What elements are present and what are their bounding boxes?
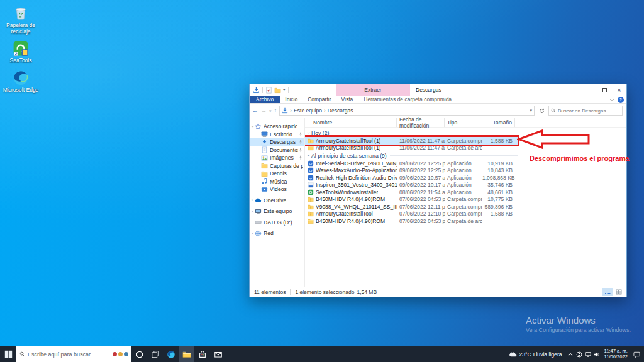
- people-icon[interactable]: [575, 346, 584, 362]
- group-label: Al principio de esta semana (9): [311, 153, 387, 159]
- desktop-icon-list: Papelera de reciclajeSeaToolsMicrosoft E…: [3, 5, 39, 93]
- file-row[interactable]: B450M-HDV R4.0(4.90)ROM07/06/2022 04:53 …: [305, 196, 518, 204]
- file-row[interactable]: Waves-MaxxAudio-Pro-Application_M96...09…: [305, 167, 518, 175]
- sidebar-item-este-equipo[interactable]: ›Este equipo: [250, 207, 304, 216]
- file-row[interactable]: B450M-HDV R4.0(4.90)ROM07/06/2022 04:53 …: [305, 217, 518, 225]
- sidebar-item-acceso-r-pido[interactable]: ›Acceso rápido: [250, 123, 304, 131]
- properties-button[interactable]: [265, 87, 272, 94]
- close-button[interactable]: ×: [612, 84, 626, 96]
- taskbar-app-file-explorer[interactable]: [179, 346, 194, 362]
- large-icons-view-button[interactable]: [614, 288, 624, 296]
- refresh-button[interactable]: [537, 106, 546, 116]
- store-icon: [198, 350, 207, 359]
- selection-size: 1,54 MB: [357, 289, 377, 295]
- explorer-search-input[interactable]: [558, 108, 620, 114]
- action-center-icon[interactable]: [631, 346, 642, 362]
- zip-icon: [308, 138, 314, 144]
- forward-button[interactable]: →: [261, 107, 267, 114]
- sidebar-item-dennis[interactable]: Dennis: [250, 170, 304, 178]
- taskbar-app-task-view[interactable]: [147, 346, 163, 362]
- back-button[interactable]: ←: [252, 107, 258, 114]
- desktop-icon-recycle-bin[interactable]: Papelera de reciclaje: [3, 5, 39, 35]
- file-row[interactable]: V9088_V4_WHQL_210114_SS_III_3.16.14.0_..…: [305, 203, 518, 211]
- tab-vista[interactable]: Vista: [336, 96, 358, 103]
- taskbar-app-mail[interactable]: [210, 346, 226, 362]
- network-icon[interactable]: [584, 346, 592, 362]
- taskbar-app-store[interactable]: [194, 346, 210, 362]
- column-header-size[interactable]: Tamaño: [482, 118, 515, 127]
- sidebar-item-capturas-de-pantall[interactable]: Capturas de pantall: [250, 162, 304, 170]
- help-icon[interactable]: ?: [618, 97, 624, 103]
- file-name: SeaToolsWindowsInstaller: [316, 189, 378, 195]
- clock[interactable]: 11:47 a. m. 11/06/2022: [601, 349, 631, 359]
- file-row[interactable]: ArmouryCrateInstallTool07/06/2022 12:10 …: [305, 211, 518, 218]
- taskbar-app-edge[interactable]: [163, 346, 179, 362]
- address-dropdown-icon[interactable]: ▾: [530, 108, 532, 113]
- tab-archivo[interactable]: Archivo: [250, 96, 280, 103]
- file-row[interactable]: Intel-Serial-IO-Driver_I2G0H_WIN_30.100.…: [305, 160, 518, 167]
- file-row[interactable]: Realtek-High-Definition-Audio-Driver_TX.…: [305, 174, 518, 182]
- sidebar-item-label: OneDrive: [264, 197, 286, 204]
- expander-icon[interactable]: ›: [250, 124, 255, 129]
- sidebar-item-datos-d-[interactable]: DATOS (D:): [250, 219, 304, 227]
- new-folder-button[interactable]: [274, 87, 281, 94]
- file-type: Carpeta de archivos: [445, 218, 482, 224]
- column-header-type[interactable]: Tipo: [445, 118, 482, 127]
- activation-watermark: Activar Windows Ve a Configuración para …: [526, 315, 631, 333]
- taskbar-search-input[interactable]: [28, 351, 110, 358]
- desktop-icon-seatools[interactable]: SeaTools: [3, 40, 39, 64]
- taskbar-app-cortana[interactable]: [131, 346, 147, 362]
- maximize-button[interactable]: [597, 84, 612, 96]
- expander-icon[interactable]: ›: [250, 231, 255, 236]
- picture-icon: [261, 155, 268, 162]
- column-header-date[interactable]: ›Fecha de modificación: [397, 118, 445, 127]
- sidebar-item-descargas[interactable]: Descargas: [250, 138, 304, 146]
- recycle-bin-icon: [13, 5, 29, 21]
- recent-locations-icon[interactable]: ▾: [269, 109, 272, 113]
- expander-icon[interactable]: ›: [250, 209, 255, 214]
- breadcrumb-descargas[interactable]: Descargas: [328, 107, 353, 114]
- tab-inicio[interactable]: Inicio: [280, 96, 303, 103]
- tab-compartir[interactable]: Compartir: [303, 96, 336, 103]
- column-header-name[interactable]: Nombre: [305, 118, 397, 127]
- explorer-search-box[interactable]: [548, 106, 623, 116]
- up-button[interactable]: ↑: [274, 107, 277, 114]
- music-icon: [261, 178, 268, 185]
- taskbar-search-box[interactable]: [16, 346, 131, 362]
- customize-qat-button[interactable]: ▾: [283, 87, 286, 92]
- sidebar-item-documentos[interactable]: Documentos: [250, 146, 304, 155]
- weather-widget[interactable]: 23°C Lluvia ligera: [505, 351, 565, 358]
- tab-herramientas-de-carpeta-comprimida[interactable]: Herramientas de carpeta comprimida: [358, 96, 457, 103]
- contextual-tab-extraer[interactable]: Extraer: [336, 84, 410, 96]
- sidebar-item-m-sica[interactable]: Música: [250, 178, 304, 186]
- group-header[interactable]: ›Hoy (2): [305, 129, 518, 137]
- file-date: 09/06/2022 12:25 p. m.: [397, 167, 445, 173]
- file-row[interactable]: ArmouryCrateInstallTool (1)11/06/2022 11…: [305, 137, 518, 145]
- address-bar[interactable]: ›Este equipo›Descargas ▾: [279, 106, 535, 116]
- details-view-button[interactable]: [602, 288, 613, 296]
- file-date: 09/06/2022 10:57 a. m.: [397, 175, 445, 181]
- weather-condition: Lluvia ligera: [533, 351, 562, 358]
- start-button[interactable]: [0, 346, 16, 362]
- sidebar-item-escritorio[interactable]: Escritorio: [250, 131, 304, 139]
- file-row[interactable]: ArmouryCrateInstallTool (1)11/06/2022 11…: [305, 145, 518, 152]
- volume-icon[interactable]: [592, 346, 601, 362]
- expander-icon[interactable]: ›: [250, 198, 255, 202]
- zip-icon: [308, 204, 314, 210]
- downloads-folder-icon[interactable]: [253, 87, 260, 94]
- expand-ribbon-icon[interactable]: [609, 98, 614, 102]
- sidebar-item-onedrive[interactable]: ›OneDrive: [250, 197, 304, 205]
- group-header[interactable]: ›Al principio de esta semana (9): [305, 151, 518, 160]
- sidebar-item-v-deos[interactable]: Vídeos: [250, 185, 304, 194]
- sidebar-item-im-genes[interactable]: Imágenes: [250, 154, 304, 162]
- file-row[interactable]: SeaToolsWindowsInstaller08/06/2022 11:54…: [305, 189, 518, 196]
- clock-date: 11/06/2022: [604, 354, 628, 359]
- sidebar-item-red[interactable]: ›Red: [250, 229, 304, 238]
- desktop-icon-microsoft-edge[interactable]: Microsoft Edge: [3, 70, 39, 94]
- minimize-button[interactable]: [583, 84, 597, 96]
- file-type: Aplicación: [445, 189, 482, 195]
- file-explorer-window: ▾ Extraer Descargas × ArchivoInicioCompa…: [249, 84, 627, 297]
- hidden-icons-chevron-icon[interactable]: [566, 346, 575, 362]
- breadcrumb-este-equipo[interactable]: Este equipo: [294, 107, 322, 114]
- file-row[interactable]: Inspiron_3501_Vostro_3400_3401_3500_35..…: [305, 182, 518, 189]
